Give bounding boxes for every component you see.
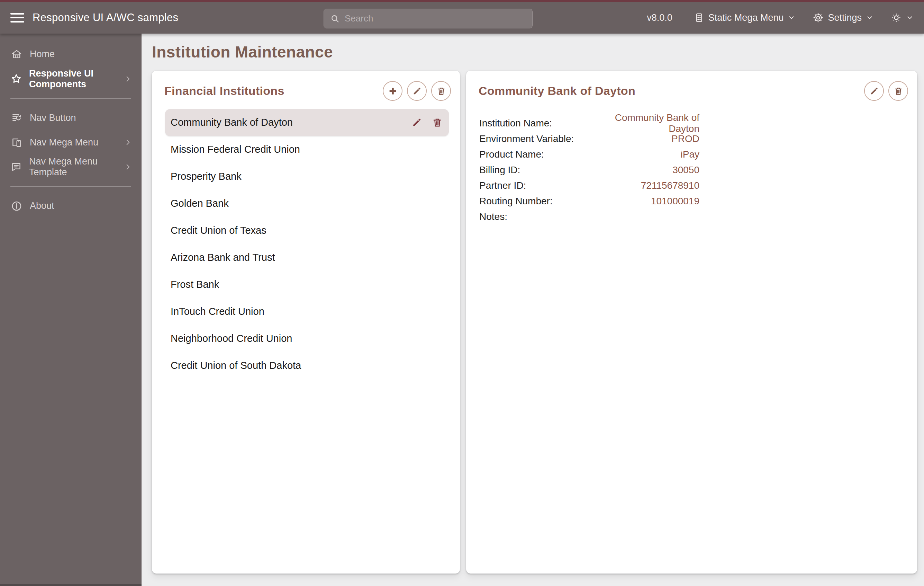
sidebar-divider — [10, 186, 131, 187]
main-content: Institution Maintenance Financial Instit… — [142, 33, 924, 586]
field-label: Partner ID: — [479, 180, 602, 191]
sidebar-item-about[interactable]: About — [0, 194, 142, 218]
institution-name: InTouch Credit Union — [171, 306, 264, 317]
trash-icon — [436, 86, 446, 96]
add-institution-button[interactable] — [383, 81, 403, 101]
sun-icon — [891, 12, 902, 23]
delete-row-icon[interactable] — [432, 117, 442, 128]
institution-name: Credit Union of Texas — [171, 225, 266, 236]
field-label: Routing Number: — [479, 196, 602, 207]
field-label: Institution Name: — [479, 118, 602, 129]
field-row: Routing Number: 101000019 — [479, 193, 700, 209]
field-value: PROD — [602, 133, 700, 144]
sidebar-item-nav-mega-menu-template[interactable]: Nav Mega Menu Template — [0, 155, 142, 179]
field-row: Environment Variable: PROD — [479, 131, 700, 147]
sidebar-item-label: Home — [30, 49, 54, 60]
institution-row[interactable]: Prosperity Bank — [165, 163, 449, 190]
institution-row[interactable]: Arizona Bank and Trust — [165, 244, 449, 271]
institution-row[interactable]: Neighborhood Credit Union — [165, 325, 449, 352]
mega-menu-icon — [694, 12, 704, 23]
sidebar-item-label: Nav Button — [30, 113, 76, 123]
detail-fields: Institution Name: Community Bank of Dayt… — [479, 115, 700, 224]
institution-name: Neighborhood Credit Union — [171, 333, 292, 344]
star-icon — [10, 73, 22, 85]
pencil-icon — [870, 86, 879, 96]
institution-list: Community Bank of Dayton Mission F — [165, 109, 449, 379]
field-label: Billing ID: — [479, 164, 602, 175]
delete-detail-button[interactable] — [888, 81, 908, 101]
nav-mega-menu-template-icon — [10, 161, 22, 173]
institution-name: Golden Bank — [171, 198, 229, 209]
chevron-down-icon — [906, 14, 914, 22]
search-input[interactable] — [345, 13, 526, 24]
chevron-down-icon — [866, 14, 873, 22]
field-row: Notes: — [479, 209, 700, 224]
institution-row[interactable]: Credit Union of South Dakota — [165, 352, 449, 379]
institution-name: Community Bank of Dayton — [171, 117, 293, 128]
field-row: Billing ID: 30050 — [479, 162, 700, 178]
sidebar-item-nav-mega-menu[interactable]: Nav Mega Menu — [0, 130, 142, 155]
field-value: iPay — [602, 149, 700, 160]
sidebar-nav: Home Responsive UI Components Nav Button — [0, 33, 142, 586]
chevron-right-icon — [124, 138, 132, 147]
field-row: Partner ID: 72115678910 — [479, 178, 700, 193]
sidebar-item-home[interactable]: Home — [0, 42, 142, 66]
sidebar-item-label: Nav Mega Menu — [30, 137, 98, 148]
institution-name: Credit Union of South Dakota — [171, 360, 301, 371]
sidebar-divider — [10, 98, 131, 99]
institution-row[interactable]: Golden Bank — [165, 190, 449, 217]
list-card-title: Financial Institutions — [164, 84, 383, 98]
mega-menu-dropdown[interactable]: Static Mega Menu — [694, 12, 795, 23]
institution-row[interactable]: Frost Bank — [165, 271, 449, 298]
sidebar-item-label: Nav Mega Menu Template — [29, 156, 124, 178]
settings-dropdown[interactable]: Settings — [813, 12, 873, 23]
chevron-down-icon — [788, 14, 795, 22]
institution-row[interactable]: InTouch Credit Union — [165, 298, 449, 325]
field-label: Environment Variable: — [479, 133, 602, 144]
app-title: Responsive UI A/WC samples — [33, 12, 178, 24]
theme-dropdown[interactable] — [891, 12, 914, 23]
chevron-right-icon — [124, 162, 132, 171]
institution-row-selected[interactable]: Community Bank of Dayton — [165, 109, 449, 136]
info-icon — [10, 200, 23, 212]
top-app-bar: Responsive UI A/WC samples v8.0.0 Static… — [0, 0, 924, 33]
plus-icon — [388, 86, 398, 96]
page-title: Institution Maintenance — [152, 43, 924, 61]
institution-name: Prosperity Bank — [171, 171, 242, 182]
institution-name: Mission Federal Credit Union — [171, 144, 300, 155]
field-label: Product Name: — [479, 149, 602, 160]
nav-button-icon — [10, 111, 23, 124]
trash-icon — [894, 86, 903, 96]
pencil-icon — [412, 86, 422, 96]
institution-name: Frost Bank — [171, 279, 219, 290]
institution-name: Arizona Bank and Trust — [171, 252, 275, 263]
field-value: 72115678910 — [602, 180, 700, 191]
institution-detail-card: Community Bank of Dayton — [466, 71, 917, 574]
search-icon — [330, 14, 340, 23]
field-row: Product Name: iPay — [479, 147, 700, 162]
financial-institutions-card: Financial Institutions — [152, 71, 460, 574]
institution-row[interactable]: Credit Union of Texas — [165, 217, 449, 244]
sidebar-item-label: About — [30, 200, 54, 211]
institution-row[interactable]: Mission Federal Credit Union — [165, 136, 449, 163]
field-row: Institution Name: Community Bank of Dayt… — [479, 115, 700, 131]
edit-row-icon[interactable] — [411, 117, 422, 128]
edit-detail-button[interactable] — [864, 81, 884, 101]
gear-icon — [813, 12, 823, 23]
delete-institution-button[interactable] — [431, 81, 451, 101]
field-label: Notes: — [479, 211, 602, 222]
edit-institution-button[interactable] — [407, 81, 427, 101]
mega-menu-label: Static Mega Menu — [708, 12, 784, 23]
settings-label: Settings — [828, 12, 862, 23]
sidebar-item-label: Responsive UI Components — [29, 68, 124, 90]
search-box — [323, 9, 533, 28]
sidebar-item-nav-button[interactable]: Nav Button — [0, 106, 142, 130]
hamburger-menu-icon[interactable] — [10, 13, 24, 23]
version-label: v8.0.0 — [647, 12, 672, 23]
home-icon — [10, 48, 23, 61]
field-value: 101000019 — [602, 196, 700, 207]
sidebar-item-responsive-ui-components[interactable]: Responsive UI Components — [0, 66, 142, 91]
nav-mega-menu-icon — [10, 136, 23, 149]
chevron-right-icon — [124, 74, 132, 83]
field-value: Community Bank of Dayton — [602, 112, 700, 134]
